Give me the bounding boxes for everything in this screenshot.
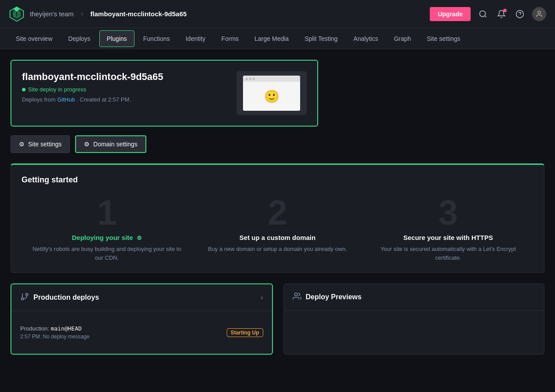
tab-plugins[interactable]: Plugins — [99, 30, 134, 47]
browser-dot-1 — [246, 78, 248, 80]
gear-icon-step1: ⚙ — [137, 235, 142, 241]
preview-smile: 🙂 — [264, 89, 279, 104]
netlify-logo — [9, 6, 25, 22]
branch-icon — [20, 292, 29, 303]
header: theyijen's team › flamboyant-mcclintock-… — [0, 0, 555, 28]
site-name-header: flamboyant-mcclintock-9d5a65 — [91, 10, 187, 18]
gear-icon-site: ⚙ — [19, 141, 25, 148]
search-icon[interactable] — [477, 8, 489, 20]
production-deploys-card: Production deploys › Production: main@HE… — [11, 283, 273, 355]
site-name: flamboyant-mcclintock-9d5a65 — [22, 71, 228, 83]
steps-row: 1 Deploying your site ⚙ Netlify's robots… — [22, 195, 533, 262]
user-avatar[interactable] — [532, 7, 546, 21]
svg-line-5 — [485, 15, 486, 17]
main-content: flamboyant-mcclintock-9d5a65 Site deploy… — [0, 49, 555, 365]
production-branch-label: Production: main@HEAD — [20, 325, 89, 332]
svg-point-10 — [26, 294, 28, 296]
tab-site-settings[interactable]: Site settings — [420, 31, 467, 47]
getting-started-title: Getting started — [22, 175, 533, 185]
nav-tabs: Site overview Deploys Plugins Functions … — [0, 28, 555, 49]
notification-badge — [503, 9, 507, 12]
tab-analytics[interactable]: Analytics — [346, 31, 385, 47]
upgrade-button[interactable]: Upgrade — [430, 7, 471, 21]
tab-graph[interactable]: Graph — [387, 31, 418, 47]
deploy-preview-icon — [293, 292, 301, 302]
production-time: 2:57 PM: No deploy message — [20, 334, 89, 340]
breadcrumb-separator: › — [81, 9, 83, 18]
tab-split-testing[interactable]: Split Testing — [297, 31, 345, 47]
github-link[interactable]: GitHub — [57, 96, 75, 103]
browser-body: 🙂 — [243, 82, 300, 111]
step-number-2: 2 — [201, 195, 354, 230]
step-number-3: 3 — [372, 195, 525, 230]
tab-large-media[interactable]: Large Media — [247, 31, 296, 47]
production-deploys-header: Production deploys › — [11, 284, 272, 311]
getting-started-section: Getting started 1 Deploying your site ⚙ … — [11, 163, 544, 273]
svg-point-8 — [538, 11, 540, 14]
step-3-desc: Your site is secured automatically with … — [372, 245, 525, 262]
svg-point-11 — [22, 298, 24, 300]
site-card-info: flamboyant-mcclintock-9d5a65 Site deploy… — [22, 71, 228, 103]
tab-identity[interactable]: Identity — [178, 31, 212, 47]
site-meta: Deploys from GitHub . Created at 2:57 PM… — [22, 96, 228, 103]
step-2: 2 Set up a custom domain Buy a new domai… — [192, 195, 363, 262]
preview-browser: 🙂 — [243, 76, 300, 111]
browser-dot-3 — [253, 78, 255, 80]
step-1-desc: Netlify's robots are busy building and d… — [30, 245, 183, 262]
step-number-1: 1 — [30, 195, 183, 230]
step-2-title: Set up a custom domain — [201, 234, 354, 241]
production-deploys-arrow[interactable]: › — [261, 294, 263, 301]
browser-dot-2 — [249, 78, 251, 80]
step-1: 1 Deploying your site ⚙ Netlify's robots… — [22, 195, 192, 262]
notifications-icon[interactable] — [495, 8, 508, 20]
step-2-desc: Buy a new domain or setup a domain you a… — [201, 245, 354, 254]
help-icon[interactable] — [514, 8, 526, 20]
tab-deploys[interactable]: Deploys — [61, 31, 98, 47]
svg-point-12 — [294, 293, 297, 296]
tab-forms[interactable]: Forms — [214, 31, 246, 47]
browser-bar — [243, 76, 300, 82]
site-preview: 🙂 — [236, 71, 307, 115]
deploy-status: Site deploy in progress — [22, 86, 228, 93]
domain-settings-button[interactable]: ⚙ Domain settings — [75, 135, 146, 153]
svg-point-4 — [480, 11, 486, 16]
step-1-title: Deploying your site ⚙ — [30, 234, 183, 241]
site-settings-button[interactable]: ⚙ Site settings — [11, 135, 70, 153]
bottom-row: Production deploys › Production: main@HE… — [11, 283, 544, 355]
deploy-previews-header: Deploy Previews — [284, 284, 544, 311]
production-deploys-title: Production deploys — [20, 292, 99, 303]
action-buttons: ⚙ Site settings ⚙ Domain settings — [11, 135, 318, 153]
status-dot — [22, 88, 25, 91]
starting-up-badge: Starting Up — [227, 328, 263, 337]
deploy-previews-card: Deploy Previews — [283, 283, 545, 355]
production-info: Production: main@HEAD 2:57 PM: No deploy… — [20, 325, 89, 340]
tab-site-overview[interactable]: Site overview — [9, 31, 59, 47]
header-actions: Upgrade — [430, 7, 546, 21]
site-card: flamboyant-mcclintock-9d5a65 Site deploy… — [11, 60, 318, 127]
tab-functions[interactable]: Functions — [136, 31, 177, 47]
step-3-title: Secure your site with HTTPS — [372, 234, 525, 241]
step-3: 3 Secure your site with HTTPS Your site … — [363, 195, 533, 262]
production-row[interactable]: Production: main@HEAD 2:57 PM: No deploy… — [20, 320, 263, 345]
gear-icon-domain: ⚙ — [84, 141, 90, 148]
deploy-previews-title: Deploy Previews — [293, 292, 362, 302]
team-name[interactable]: theyijen's team — [30, 10, 74, 18]
production-deploys-body: Production: main@HEAD 2:57 PM: No deploy… — [11, 311, 272, 354]
